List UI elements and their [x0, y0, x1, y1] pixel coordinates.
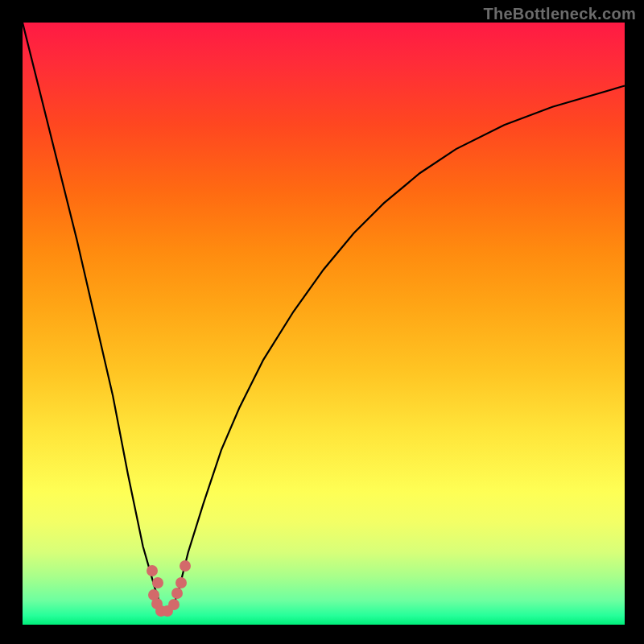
data-point: [180, 560, 191, 572]
data-point: [152, 577, 163, 588]
data-point: [147, 565, 158, 576]
watermark-text: TheBottleneck.com: [483, 5, 636, 23]
data-point: [171, 588, 183, 599]
bottleneck-curve: [23, 23, 625, 625]
data-point: [168, 599, 180, 610]
chart-plot-area: [23, 23, 625, 625]
data-point: [175, 577, 187, 588]
